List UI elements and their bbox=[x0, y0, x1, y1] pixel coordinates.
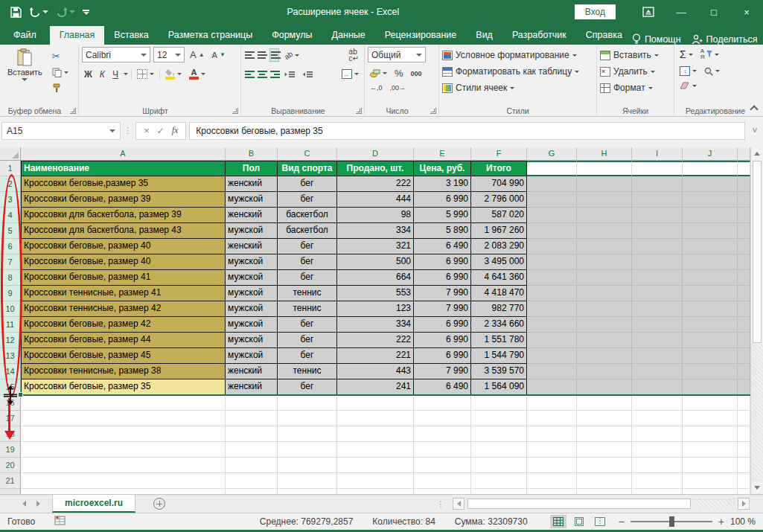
increase-decimal-icon[interactable]: ←,0 bbox=[368, 83, 385, 93]
cell-C12[interactable]: бег bbox=[278, 333, 337, 348]
next-sheet-icon[interactable] bbox=[36, 501, 40, 507]
cell-C18[interactable] bbox=[278, 426, 337, 442]
wrap-text-icon[interactable]: abc↵ bbox=[347, 47, 361, 63]
select-all-corner[interactable] bbox=[0, 147, 21, 161]
cell-A15[interactable]: Кроссовки беговые, размер 35 bbox=[21, 379, 226, 395]
cell-C6[interactable]: бег bbox=[278, 239, 337, 254]
cell-E10[interactable]: 7 990 bbox=[414, 301, 471, 317]
scroll-left-icon[interactable] bbox=[453, 498, 464, 510]
cell-H14[interactable] bbox=[577, 364, 632, 379]
cell-E14[interactable]: 7 990 bbox=[414, 364, 471, 379]
insert-cells-button[interactable]: Вставить bbox=[600, 47, 671, 63]
grow-font-button[interactable]: А▲ bbox=[188, 48, 207, 62]
row-header-19[interactable]: 19 bbox=[0, 442, 21, 458]
cell-C17[interactable] bbox=[278, 411, 337, 426]
cell-B8[interactable]: мужской bbox=[226, 270, 278, 286]
cell-C14[interactable]: теннис bbox=[278, 364, 337, 379]
cell-E[interactable] bbox=[414, 489, 471, 494]
cell-J20[interactable] bbox=[683, 458, 738, 473]
cell-D3[interactable]: 444 bbox=[337, 192, 414, 208]
cell-H10[interactable] bbox=[577, 301, 632, 317]
cell-H17[interactable] bbox=[577, 411, 632, 426]
cell-J21[interactable] bbox=[683, 473, 738, 489]
cell-J16[interactable] bbox=[683, 395, 738, 411]
cell-D13[interactable]: 221 bbox=[337, 348, 414, 364]
cell-F14[interactable]: 3 539 570 bbox=[471, 364, 527, 379]
row-header-10[interactable]: 10 bbox=[0, 301, 21, 317]
delete-cells-button[interactable]: × Удалить bbox=[600, 63, 671, 80]
italic-button[interactable]: К bbox=[98, 68, 107, 81]
cell-G3[interactable] bbox=[527, 192, 577, 208]
cell-I21[interactable] bbox=[632, 473, 683, 489]
cell-C15[interactable]: бег bbox=[278, 379, 337, 395]
cell-C11[interactable]: бег bbox=[278, 317, 337, 333]
cell-H6[interactable] bbox=[577, 239, 632, 254]
cell-F15[interactable]: 1 564 090 bbox=[471, 379, 527, 395]
cell-C2[interactable]: бег bbox=[278, 176, 337, 192]
cell-E7[interactable]: 6 990 bbox=[414, 254, 471, 270]
cell-D5[interactable]: 334 bbox=[337, 223, 414, 239]
cell-A9[interactable]: Кроссовки теннисные, размер 41 bbox=[21, 286, 226, 301]
tab-8[interactable]: Справка bbox=[576, 26, 632, 45]
cell-A10[interactable]: Кроссовки теннисные, размер 42 bbox=[21, 301, 226, 317]
cell-H13[interactable] bbox=[577, 348, 632, 364]
tab-0[interactable]: Главная bbox=[50, 26, 105, 45]
normal-view-icon[interactable] bbox=[550, 515, 566, 528]
row-header-5[interactable]: 5 bbox=[0, 223, 21, 239]
tab-1[interactable]: Вставка bbox=[104, 26, 158, 45]
cell-J14[interactable] bbox=[683, 364, 738, 379]
row-header-9[interactable]: 9 bbox=[0, 286, 21, 301]
cell-F3[interactable]: 2 796 000 bbox=[471, 192, 527, 208]
cell-I20[interactable] bbox=[632, 458, 683, 473]
maximize-button[interactable]: □ bbox=[697, 0, 730, 24]
cell-F17[interactable] bbox=[471, 411, 527, 426]
column-header-B[interactable]: B bbox=[226, 147, 278, 161]
cell-E17[interactable] bbox=[414, 411, 471, 426]
row-header-20[interactable]: 20 bbox=[0, 458, 21, 473]
cell-A7[interactable]: Кроссовки беговые, размер 40 bbox=[21, 254, 226, 270]
cell-B15[interactable]: женский bbox=[226, 379, 278, 395]
insert-function-icon[interactable]: fx bbox=[172, 125, 179, 136]
row-header-15[interactable]: 15 bbox=[0, 379, 21, 395]
cell-G9[interactable] bbox=[527, 286, 577, 301]
cell-F2[interactable]: 704 990 bbox=[471, 176, 527, 192]
cell-J3[interactable] bbox=[683, 192, 738, 208]
ribbon-display-options-icon[interactable] bbox=[632, 0, 665, 24]
cell-I18[interactable] bbox=[632, 426, 683, 442]
cell-D6[interactable]: 321 bbox=[337, 239, 414, 254]
save-icon[interactable] bbox=[10, 7, 22, 18]
align-middle-icon[interactable] bbox=[257, 49, 266, 61]
cell-F21[interactable] bbox=[471, 473, 527, 489]
cell-A17[interactable] bbox=[21, 411, 226, 426]
tab-file[interactable]: Файл bbox=[0, 26, 50, 45]
cell-B10[interactable]: мужской bbox=[226, 301, 278, 317]
align-bottom-icon[interactable] bbox=[269, 48, 279, 62]
bold-button[interactable]: Ж bbox=[82, 68, 95, 81]
undo-dropdown-icon[interactable] bbox=[42, 10, 48, 13]
cell-E8[interactable]: 6 990 bbox=[414, 270, 471, 286]
cell-G2[interactable] bbox=[527, 176, 577, 192]
cell-D4[interactable]: 98 bbox=[337, 208, 414, 223]
cell-D18[interactable] bbox=[337, 426, 414, 442]
cell-C4[interactable]: баскетбол bbox=[278, 208, 337, 223]
cell-C8[interactable]: бег bbox=[278, 270, 337, 286]
row-header-6[interactable]: 6 bbox=[0, 239, 21, 254]
align-top-icon[interactable] bbox=[244, 49, 254, 61]
cell-I16[interactable] bbox=[632, 395, 683, 411]
cell-J5[interactable] bbox=[683, 223, 738, 239]
cell-D17[interactable] bbox=[337, 411, 414, 426]
copy-icon[interactable] bbox=[50, 66, 71, 79]
underline-button[interactable]: Ч bbox=[110, 68, 121, 81]
cell-B11[interactable]: мужской bbox=[226, 317, 278, 333]
cell-F10[interactable]: 982 770 bbox=[471, 301, 527, 317]
customize-qat-icon[interactable] bbox=[83, 10, 89, 15]
font-size-combo[interactable]: 12 bbox=[153, 47, 185, 63]
cell-C13[interactable]: бег bbox=[278, 348, 337, 364]
cell-C9[interactable]: теннис bbox=[278, 286, 337, 301]
cell-A16[interactable] bbox=[21, 395, 226, 411]
cell-F5[interactable]: 1 967 260 bbox=[471, 223, 527, 239]
cell-D16[interactable] bbox=[337, 395, 414, 411]
cell-B9[interactable]: мужской bbox=[226, 286, 278, 301]
cell-A11[interactable]: Кроссовки беговые, размер 42 bbox=[21, 317, 226, 333]
cell-B4[interactable]: женский bbox=[226, 208, 278, 223]
